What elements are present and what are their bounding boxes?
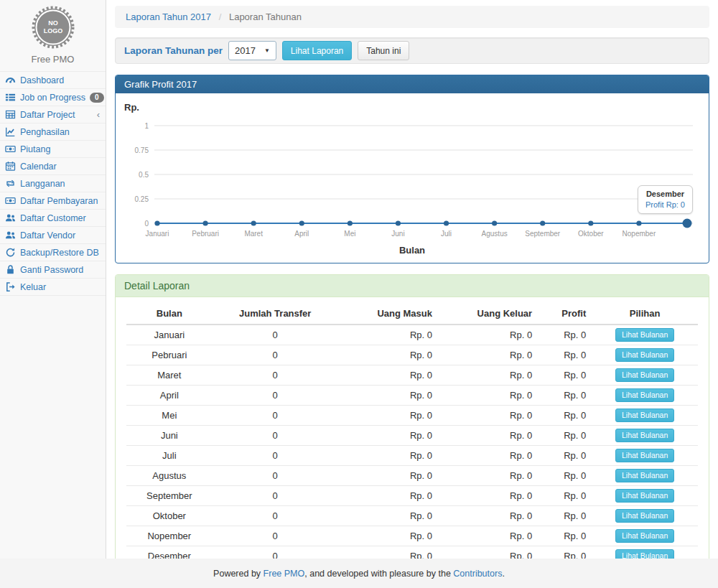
cell-jumlah_transfer: 0 (213, 446, 338, 466)
sidebar-item-label: Calendar (20, 162, 57, 172)
cell-bulan: Agustus (126, 466, 213, 486)
lihat-bulanan-button[interactable]: Lihat Bulanan (615, 469, 674, 482)
caret-down-icon: ▼ (264, 47, 270, 54)
table-row-juni: Juni0Rp. 0Rp. 0Rp. 0Lihat Bulanan (126, 426, 698, 446)
cell-pilihan: Lihat Bulanan (592, 386, 698, 406)
money-icon (5, 144, 16, 154)
app-root: NO LOGO Free PMO DashboardJob on Progres… (0, 0, 718, 559)
sidebar-item-keluar[interactable]: Keluar (0, 278, 106, 296)
no-logo-badge: NO LOGO (32, 6, 75, 49)
cell-uang_masuk: Rp. 0 (338, 386, 438, 406)
lihat-bulanan-button[interactable]: Lihat Bulanan (615, 429, 674, 442)
cell-pilihan: Lihat Bulanan (592, 526, 698, 546)
sidebar-item-daftar-pembayaran[interactable]: Daftar Pembayaran (0, 192, 106, 209)
lihat-bulanan-button[interactable]: Lihat Bulanan (615, 409, 674, 422)
cell-jumlah_transfer: 0 (213, 486, 338, 506)
refresh-icon (5, 247, 16, 258)
table-row-nopember: Nopember0Rp. 0Rp. 0Rp. 0Lihat Bulanan (126, 526, 698, 546)
cell-bulan: Maret (126, 365, 213, 386)
cell-profit: Rp. 0 (538, 486, 592, 506)
sidebar-item-piutang[interactable]: Piutang (0, 140, 106, 157)
cell-uang_keluar: Rp. 0 (438, 406, 538, 426)
breadcrumb-link[interactable]: Laporan Tahun 2017 (126, 11, 211, 22)
main-content: Laporan Tahun 2017 / Laporan Tahunan Lap… (106, 0, 718, 559)
tahun-ini-button[interactable]: Tahun ini (358, 41, 409, 60)
lihat-bulanan-button[interactable]: Lihat Bulanan (615, 529, 674, 543)
sidebar-item-label: Piutang (20, 144, 50, 154)
column-header-profit: Profit (538, 303, 592, 325)
sidebar-item-label: Dashboard (20, 75, 64, 85)
count-badge: 0 (90, 93, 104, 103)
cell-uang_masuk: Rp. 0 (338, 526, 438, 546)
cell-uang_keluar: Rp. 0 (438, 426, 538, 446)
svg-text:Agustus: Agustus (482, 230, 508, 238)
chart-x-axis-label: Bulan (123, 245, 701, 256)
sidebar-item-penghasilan[interactable]: Penghasilan (0, 123, 106, 140)
svg-text:NO: NO (48, 19, 58, 27)
cell-profit: Rp. 0 (538, 406, 592, 426)
report-table: BulanJumlah TransferUang MasukUang Kelua… (126, 303, 698, 584)
sidebar-item-daftar-vendor[interactable]: Daftar Vendor (0, 226, 106, 243)
year-select[interactable]: 2017 ▼ (228, 41, 276, 60)
footer-text: Powered by Free PMO, and developed with … (213, 569, 505, 579)
free-pmo-link[interactable]: Free PMO (264, 569, 305, 579)
lihat-bulanan-button[interactable]: Lihat Bulanan (615, 388, 674, 402)
money-icon (5, 195, 16, 206)
cell-profit: Rp. 0 (538, 345, 592, 365)
lihat-bulanan-button[interactable]: Lihat Bulanan (615, 449, 674, 462)
sidebar-item-langganan[interactable]: Langganan (0, 174, 106, 192)
filter-panel: Laporan Tahunan per 2017 ▼ Lihat Laporan… (115, 37, 709, 64)
cell-bulan: Mei (126, 406, 213, 426)
sidebar-item-dashboard[interactable]: Dashboard (0, 71, 106, 88)
sidebar-item-calendar[interactable]: Calendar (0, 157, 106, 174)
cell-uang_masuk: Rp. 0 (338, 466, 438, 486)
cell-jumlah_transfer: 0 (213, 526, 338, 546)
detail-panel-body: BulanJumlah TransferUang MasukUang Kelua… (116, 297, 709, 588)
svg-text:September: September (525, 230, 561, 238)
lihat-laporan-button[interactable]: Lihat Laporan (282, 41, 352, 60)
svg-text:1: 1 (144, 122, 149, 130)
sidebar-item-job-on-progress[interactable]: Job on Progress0 (0, 88, 106, 106)
sidebar-item-label: Backup/Restore DB (20, 248, 99, 258)
cell-uang_masuk: Rp. 0 (338, 426, 438, 446)
svg-text:April: April (294, 230, 309, 238)
chart-panel: Grafik Profit 2017 Rp. 00.250.50.751Janu… (115, 75, 709, 263)
table-row-maret: Maret0Rp. 0Rp. 0Rp. 0Lihat Bulanan (126, 365, 698, 386)
lihat-bulanan-button[interactable]: Lihat Bulanan (615, 509, 674, 523)
column-header-jumlah-transfer: Jumlah Transfer (213, 303, 338, 325)
cell-profit: Rp. 0 (538, 446, 592, 466)
tooltip-title: Desember (645, 190, 685, 198)
cell-pilihan: Lihat Bulanan (592, 446, 698, 466)
cell-bulan: September (126, 486, 213, 506)
sidebar-item-daftar-project[interactable]: Daftar Project‹ (0, 106, 106, 123)
detail-panel-title: Detail Laporan (116, 275, 709, 297)
lihat-bulanan-button[interactable]: Lihat Bulanan (615, 368, 674, 382)
table-icon (5, 109, 16, 120)
cell-bulan: Juli (126, 446, 213, 466)
svg-text:Nopember: Nopember (623, 230, 656, 238)
cell-pilihan: Lihat Bulanan (592, 506, 698, 526)
sidebar-item-daftar-customer[interactable]: Daftar Customer (0, 209, 106, 226)
svg-text:Juni: Juni (391, 230, 404, 238)
contributors-link[interactable]: Contributors (453, 569, 502, 579)
dashboard-icon (5, 75, 16, 85)
svg-text:0: 0 (144, 220, 149, 228)
sidebar-item-label: Langganan (20, 179, 65, 189)
cell-jumlah_transfer: 0 (213, 426, 338, 446)
sidebar-item-backup-restore-db[interactable]: Backup/Restore DB (0, 243, 106, 261)
table-row-pebruari: Pebruari0Rp. 0Rp. 0Rp. 0Lihat Bulanan (126, 345, 698, 365)
lihat-bulanan-button[interactable]: Lihat Bulanan (615, 489, 674, 503)
sidebar-item-label: Daftar Customer (20, 213, 86, 223)
detail-panel: Detail Laporan BulanJumlah TransferUang … (115, 274, 709, 588)
cell-profit: Rp. 0 (538, 506, 592, 526)
cell-profit: Rp. 0 (538, 365, 592, 386)
calendar-icon (5, 161, 16, 172)
sidebar-item-ganti-password[interactable]: Ganti Password (0, 261, 106, 278)
cell-pilihan: Lihat Bulanan (592, 365, 698, 386)
cell-jumlah_transfer: 0 (213, 466, 338, 486)
cell-bulan: April (126, 386, 213, 406)
lihat-bulanan-button[interactable]: Lihat Bulanan (615, 328, 674, 342)
lock-icon (5, 264, 16, 275)
cell-bulan: Juni (126, 426, 213, 446)
lihat-bulanan-button[interactable]: Lihat Bulanan (615, 348, 674, 362)
